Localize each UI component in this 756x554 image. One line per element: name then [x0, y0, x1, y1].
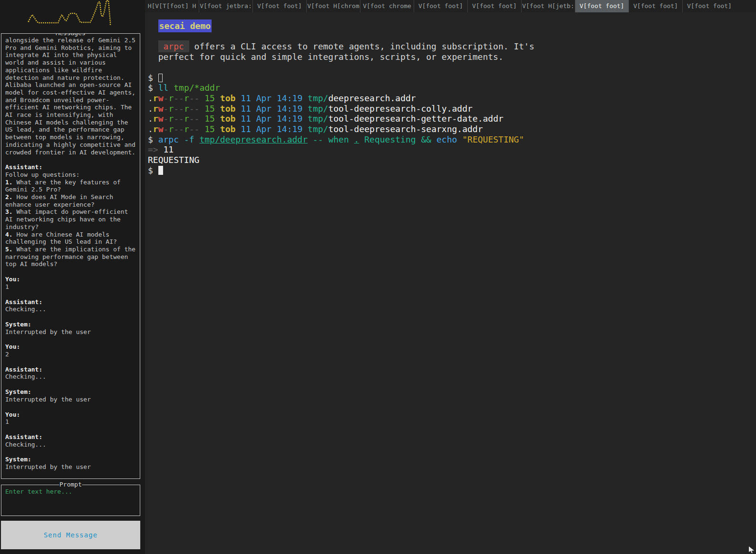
terminal-text-segment: --	[174, 104, 184, 114]
terminal-text-segment: tob	[220, 104, 236, 114]
prompt-panel-title: Prompt	[59, 481, 82, 488]
terminal-text-segment: 15	[204, 104, 215, 114]
terminal-line: REQUESTING	[148, 155, 756, 165]
tab[interactable]: V[foot foot]	[682, 0, 736, 12]
terminal-text-segment: --	[189, 104, 200, 114]
terminal-text-segment: 11 Apr 14:19	[241, 114, 302, 124]
terminal-text-segment: &&	[421, 134, 431, 144]
terminal-blank-line	[148, 31, 756, 42]
terminal-text-segment: r	[168, 124, 174, 134]
terminal-text-segment: echo	[436, 134, 457, 144]
terminal-text-segment: .	[148, 104, 153, 114]
terminal-text-segment: tmp/	[308, 114, 328, 124]
terminal-text-segment: --	[313, 134, 323, 144]
terminal-text-segment: tmp/	[308, 124, 328, 134]
terminal-text-segment	[215, 104, 220, 114]
terminal-text-segment: offers a CLI access to remote agents, in…	[189, 41, 534, 51]
message-body: 2	[5, 351, 136, 358]
terminal-text-segment: -	[164, 104, 169, 114]
sidebar: Messages alongside the release of Gemini…	[0, 0, 145, 554]
message-body: alongside the release of Gemini 2.5 Pro …	[5, 37, 136, 156]
terminal-line: secai demo	[148, 21, 756, 31]
terminal-text-segment: tool-deepresearch-getter-date.addr	[328, 114, 503, 124]
terminal-text-segment: .	[148, 93, 153, 103]
terminal-text-segment: --	[189, 124, 200, 134]
tab[interactable]: V[foot foot]	[252, 0, 306, 12]
tab[interactable]: H[V[T[foot] H	[145, 0, 199, 12]
tab-bar: H[V[T[foot] HV[foot jetbra:V[foot foot]V…	[145, 0, 756, 12]
terminal-text-segment: =>	[148, 144, 164, 154]
tab[interactable]: V[foot H[jetb:	[521, 0, 575, 12]
terminal-text-segment: tmp/*addr	[174, 83, 220, 93]
message-block: Assistant:Checking...	[5, 298, 137, 313]
terminal-text-segment	[148, 41, 158, 51]
app-root: Messages alongside the release of Gemini…	[0, 0, 756, 554]
message-block: Assistant:Checking...	[5, 366, 137, 381]
terminal-text-segment: REQUESTING	[148, 155, 199, 165]
message-list[interactable]: alongside the release of Gemini 2.5 Pro …	[5, 37, 137, 471]
terminal-text-segment: tool-deepresearch-colly.addr	[328, 104, 472, 114]
inline-code-chip: arpc	[158, 40, 189, 52]
terminal-text-segment: --	[189, 93, 200, 103]
terminal-text-segment: 11	[164, 144, 174, 154]
message-body: Interrupted by the user	[5, 328, 136, 336]
terminal-text-segment: r	[153, 114, 158, 124]
terminal-text-segment: -	[164, 114, 169, 124]
terminal-text-segment	[215, 124, 220, 134]
tab[interactable]: V[foot foot]	[467, 0, 521, 12]
message-body: Checking...	[5, 373, 136, 381]
terminal-line: .rw-r--r-- 15 tob 11 Apr 14:19 tmp/tool-…	[148, 104, 756, 114]
send-message-button[interactable]: Send Message	[1, 521, 140, 549]
terminal-text-segment: 15	[204, 114, 215, 124]
terminal-line: => 11	[148, 144, 756, 155]
terminal-text-segment: r	[153, 104, 158, 114]
terminal-text-segment	[235, 104, 241, 114]
terminal-text-segment: $	[148, 83, 158, 93]
terminal-text-segment: r	[153, 124, 158, 134]
terminal-text-segment	[235, 93, 241, 103]
message-block: You:1	[5, 411, 137, 426]
terminal-line: .rw-r--r-- 15 tob 11 Apr 14:19 tmp/deepr…	[148, 93, 756, 104]
terminal-text-segment: perfect for quick and simple integration…	[148, 52, 504, 62]
terminal-text-segment: --	[174, 124, 184, 134]
terminal-text-segment: --	[174, 93, 184, 103]
terminal-text-segment: tmp/	[308, 93, 328, 103]
terminal-line: perfect for quick and simple integration…	[148, 52, 756, 62]
terminal-text-segment: ll	[158, 83, 169, 93]
terminal-text-segment: 11 Apr 14:19	[241, 104, 302, 114]
tab[interactable]: V[foot jetbra:	[199, 0, 252, 12]
tab[interactable]: V[foot foot]	[414, 0, 467, 12]
prompt-panel: Prompt	[1, 485, 140, 516]
block-cursor	[158, 166, 163, 175]
terminal-output[interactable]: secai demo arpc offers a CLI access to r…	[145, 12, 756, 176]
terminal-text-segment	[199, 104, 204, 114]
terminal-text-segment: arpc	[158, 134, 179, 144]
terminal-text-segment: r	[184, 124, 189, 134]
terminal-text-segment: tool-deepresearch-searxng.addr	[328, 124, 483, 134]
hollow-cursor	[158, 74, 163, 82]
terminal-text-segment: 11 Apr 14:19	[241, 124, 302, 134]
terminal-text-segment: w	[158, 93, 164, 103]
terminal-line: $ arpc -f tmp/deepresearch.addr -- when …	[148, 134, 756, 145]
terminal-text-segment: deepresearch.addr	[328, 93, 416, 103]
tab[interactable]: V[foot H[chrom	[306, 0, 360, 12]
message-role-label: Assistant:	[5, 366, 137, 373]
terminal-text-segment: tob	[220, 124, 236, 134]
prompt-input[interactable]	[1, 485, 140, 516]
terminal-text-segment	[359, 134, 364, 144]
terminal-text-segment: Requesting	[364, 134, 416, 144]
terminal-text-segment: .	[354, 134, 359, 144]
terminal-text-segment	[416, 134, 421, 144]
terminal-text-segment	[235, 114, 241, 124]
message-block: System:Interrupted by the user	[5, 456, 137, 470]
terminal-text-segment	[215, 93, 220, 103]
message-role-label: Assistant:	[5, 433, 137, 441]
tab[interactable]: V[foot chrome	[360, 0, 414, 12]
message-block: System:Interrupted by the user	[5, 321, 137, 335]
tab-active[interactable]: V[foot foot]	[575, 0, 629, 12]
terminal-text-segment: when	[328, 134, 349, 144]
terminal-text-segment: "REQUESTING"	[462, 134, 524, 144]
terminal-text-segment: $	[148, 134, 158, 144]
terminal-text-segment	[199, 124, 204, 134]
tab[interactable]: V[foot foot]	[629, 0, 682, 12]
